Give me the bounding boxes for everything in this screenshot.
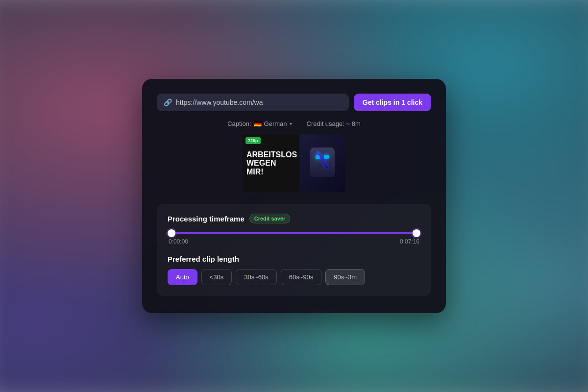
credit-usage-value: ~ 8m <box>346 120 361 127</box>
timeframe-slider[interactable] <box>168 232 420 234</box>
slider-end-time: 0:07:16 <box>400 238 419 245</box>
settings-section: Processing timeframe Credit saver 0:00:0… <box>157 204 431 296</box>
caption-language-text: German <box>264 120 287 127</box>
clip-btn-auto[interactable]: Auto <box>168 269 197 285</box>
clip-btn-60s-90s[interactable]: 60s~90s <box>281 269 322 285</box>
main-card: 🔗 https://www.youtube.com/wa Get clips i… <box>142 79 446 313</box>
clip-btn-90s-3m[interactable]: 90s~3m <box>325 269 365 285</box>
slider-thumb-end[interactable] <box>413 229 420 237</box>
clip-btn-30s[interactable]: <30s <box>201 269 232 285</box>
credit-usage-label: Credit usage: <box>307 120 344 127</box>
thumbnail-wrapper: ARBEITSLOS WEGEN MIR! <box>157 134 431 192</box>
slider-labels: 0:00:00 0:07:16 <box>168 238 420 245</box>
video-thumbnail: ARBEITSLOS WEGEN MIR! <box>243 134 345 192</box>
thumbnail-text1: ARBEITSLOS WEGEN MIR! <box>246 150 295 176</box>
quality-badge: 720p <box>245 137 261 144</box>
caption-language-select[interactable]: Caption: 🇩🇪 German ▾ <box>227 120 292 127</box>
clip-length-section: Preferred clip length Auto <30s 30s~60s … <box>168 255 420 285</box>
slider-track <box>172 232 416 234</box>
processing-timeframe-title: Processing timeframe <box>168 215 245 223</box>
link-icon: 🔗 <box>164 98 172 106</box>
clip-btn-30s-60s[interactable]: 30s~60s <box>236 269 277 285</box>
slider-start-time: 0:00:00 <box>169 238 188 245</box>
url-input-wrapper[interactable]: 🔗 https://www.youtube.com/wa <box>157 94 349 111</box>
thumbnail-right <box>299 134 346 192</box>
caption-row: Caption: 🇩🇪 German ▾ Credit usage: ~ 8m <box>157 120 431 127</box>
credit-saver-badge: Credit saver <box>249 214 291 223</box>
flag-icon: 🇩🇪 <box>254 120 262 127</box>
get-clips-button[interactable]: Get clips in 1 click <box>354 94 431 111</box>
robot-eye-right <box>324 155 329 159</box>
clip-length-title: Preferred clip length <box>168 255 420 263</box>
url-row: 🔗 https://www.youtube.com/wa Get clips i… <box>157 94 431 111</box>
clip-length-buttons: Auto <30s 30s~60s 60s~90s 90s~3m <box>168 269 420 285</box>
caption-label: Caption: <box>227 120 251 127</box>
credit-usage: Credit usage: ~ 8m <box>307 120 361 127</box>
slider-thumb-start[interactable] <box>168 229 175 237</box>
chevron-down-icon: ▾ <box>290 121 292 126</box>
processing-timeframe-header: Processing timeframe Credit saver <box>168 214 420 223</box>
url-display: https://www.youtube.com/wa <box>176 98 263 106</box>
robot-illustration <box>305 143 340 184</box>
